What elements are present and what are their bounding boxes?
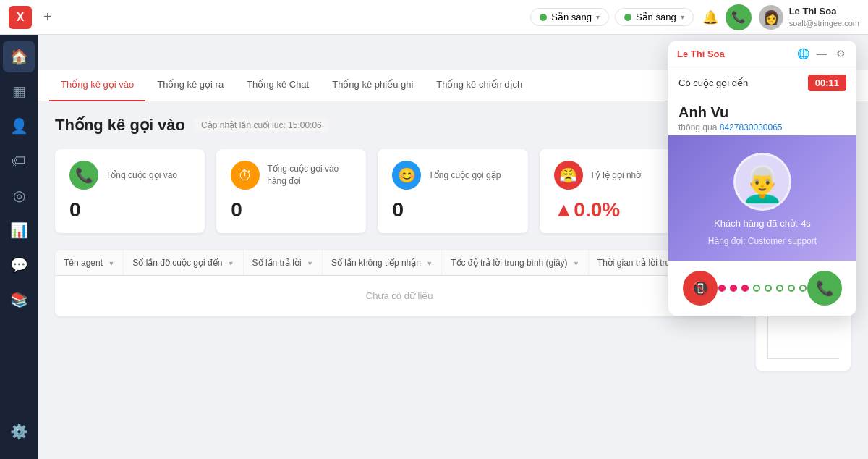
stat-card-answered-calls: 😊 Tổng cuộc gọi gặp 0 [378, 149, 527, 233]
no-data-label: Chưa có dữ liệu [55, 276, 744, 316]
col-agent: Tên agent ▼ [55, 250, 124, 276]
col-calls-received: Số lần đỡ cuộc gọi đến ▼ [124, 250, 243, 276]
sort-icon-agent[interactable]: ▼ [108, 260, 114, 267]
sidebar-item-tags[interactable]: 🏷 [3, 145, 35, 177]
avatar: 👩 [759, 5, 783, 30]
page-title: Thống kê gọi vào [55, 116, 185, 135]
reject-call-button[interactable]: 📵 [683, 271, 718, 306]
agent-table: Tên agent ▼ Số lần đỡ cuộc gọi đến ▼ Số … [55, 250, 744, 316]
call-panel-user-label: Le Thi Soa [677, 49, 725, 59]
status-label-1: Sẵn sàng [551, 12, 592, 22]
dot-7 [788, 285, 795, 292]
accept-call-button[interactable]: 📞 [807, 271, 842, 306]
dot-5 [765, 285, 772, 292]
call-panel-header: Le Thi Soa 🌐 — ⚙ [668, 41, 856, 67]
no-data-row: Chưa có dữ liệu [55, 276, 744, 316]
status-dot-1 [540, 14, 547, 21]
stat-label-0: Tổng cuộc gọi vào [106, 169, 177, 182]
tab-phieu-ghi[interactable]: Thống kê phiếu ghi [320, 70, 425, 101]
dot-2 [730, 285, 737, 292]
add-tab-button[interactable]: + [43, 9, 52, 25]
sort-icon-missed[interactable]: ▼ [426, 260, 433, 267]
status-label-2: Sẵn sàng [636, 12, 676, 22]
col-avg-speed: Tốc độ trả lời trung bình (giây) ▼ [442, 250, 589, 276]
logo: X [9, 6, 32, 29]
user-name: Le Thi Soa [789, 6, 859, 18]
stat-value-2: 0 [392, 198, 513, 222]
caller-name: Anh Vu [678, 104, 846, 121]
table-section: Tên agent ▼ Số lần đỡ cuộc gọi đến ▼ Số … [55, 250, 744, 371]
incoming-label: Có cuộc gọi đến [678, 77, 748, 88]
sidebar-item-contacts[interactable]: 👤 [3, 110, 35, 142]
sidebar: 🏠 ▦ 👤 🏷 ◎ 📊 💬 📚 ⚙️ [0, 35, 38, 459]
tab-chien-dich[interactable]: Thống kê chiến dịch [425, 70, 534, 101]
stat-value-0: 0 [69, 198, 190, 222]
col-replied: Số lần trả lời ▼ [243, 250, 322, 276]
avatar-face-icon: 👨‍🦳 [741, 167, 784, 202]
call-dots [718, 285, 807, 292]
stat-value-3: ▲0.0% [554, 198, 675, 222]
phone-button[interactable]: 📞 [726, 4, 752, 30]
phone-in-icon: 📞 [69, 161, 98, 190]
stat-value-1: 0 [231, 198, 352, 222]
dot-1 [718, 285, 726, 292]
col-missed: Số lần không tiếp nhận ▼ [322, 250, 441, 276]
sidebar-item-home[interactable]: 🏠 [3, 41, 35, 72]
topbar: X + Sẵn sàng ▾ Sẵn sàng ▾ 🔔 📞 👩 Le Thi S… [0, 0, 868, 35]
chevron-down-icon-2: ▾ [681, 13, 684, 21]
sidebar-item-reports[interactable]: 📊 [3, 214, 35, 246]
smile-icon: 😊 [392, 161, 421, 190]
dot-8 [799, 285, 807, 292]
stat-card-queue-calls: ⏱ Tổng cuộc gọi vào hàng đợi 0 [216, 149, 366, 233]
sort-icon-speed[interactable]: ▼ [573, 260, 579, 267]
dot-6 [776, 285, 783, 292]
sidebar-item-settings-circle[interactable]: ◎ [3, 180, 35, 211]
caller-number: 8427830030065 [720, 122, 783, 132]
tab-goi-ra[interactable]: Thống kê gọi ra [145, 70, 235, 101]
incoming-bar: Có cuộc gọi đến 00:11 [668, 67, 856, 98]
minus-icon[interactable]: — [814, 46, 829, 61]
status-dropdown-1[interactable]: Sẵn sàng ▾ [530, 8, 609, 26]
caller-avatar: 👨‍🦳 [733, 153, 791, 211]
call-timer: 00:11 [808, 75, 846, 91]
sidebar-item-dashboard[interactable]: ▦ [3, 75, 35, 107]
caller-info: Anh Vu thông qua 8427830030065 [668, 98, 856, 135]
call-actions: 📵 📞 [668, 261, 856, 316]
last-update-label: Cập nhật lần cuối lúc: 15:00:06 [194, 118, 329, 132]
tab-chat[interactable]: Thống kê Chat [235, 70, 320, 101]
chevron-down-icon-1: ▾ [596, 13, 600, 21]
caller-via-label: thông qua [678, 122, 717, 132]
angry-icon: 😤 [554, 161, 583, 190]
call-panel: Le Thi Soa 🌐 — ⚙ Có cuộc gọi đến 00:11 A… [668, 41, 856, 316]
stat-card-total-calls: 📞 Tổng cuộc gọi vào 0 [55, 149, 205, 233]
notification-bell-icon[interactable]: 🔔 [702, 9, 718, 25]
dot-3 [741, 285, 749, 292]
call-visual-area: 👨‍🦳 Khách hàng đã chờ: 4s Hàng đợi: Cust… [668, 135, 856, 261]
stat-label-3: Tỷ lệ gọi nhờ [590, 169, 642, 182]
tab-goi-vao[interactable]: Thống kê gọi vào [49, 70, 145, 101]
status-dropdown-2[interactable]: Sẵn sàng ▾ [615, 8, 694, 26]
stat-card-missed-rate: 😤 Tỷ lệ gọi nhờ ▲0.0% [540, 149, 689, 233]
queue-text: Hàng đợi: Customer support [708, 236, 817, 246]
user-email: soalt@stringee.com [789, 18, 859, 28]
user-menu[interactable]: 👩 Le Thi Soa soalt@stringee.com [759, 5, 859, 30]
stat-label-1: Tổng cuộc gọi vào hàng đợi [267, 163, 352, 188]
dot-4 [753, 285, 760, 292]
sidebar-item-knowledge[interactable]: 📚 [3, 284, 35, 316]
wait-text: Khách hàng đã chờ: 4s [714, 218, 811, 229]
sidebar-item-chat[interactable]: 💬 [3, 249, 35, 281]
clock-icon: ⏱ [231, 161, 260, 190]
stat-label-2: Tổng cuộc gọi gặp [428, 169, 501, 182]
globe-icon[interactable]: 🌐 [796, 46, 810, 61]
sort-icon-received[interactable]: ▼ [228, 260, 234, 267]
sort-icon-replied[interactable]: ▼ [307, 260, 313, 267]
sidebar-item-main-settings[interactable]: ⚙️ [3, 416, 35, 447]
status-dot-2 [624, 14, 631, 21]
settings-icon[interactable]: ⚙ [833, 46, 848, 61]
